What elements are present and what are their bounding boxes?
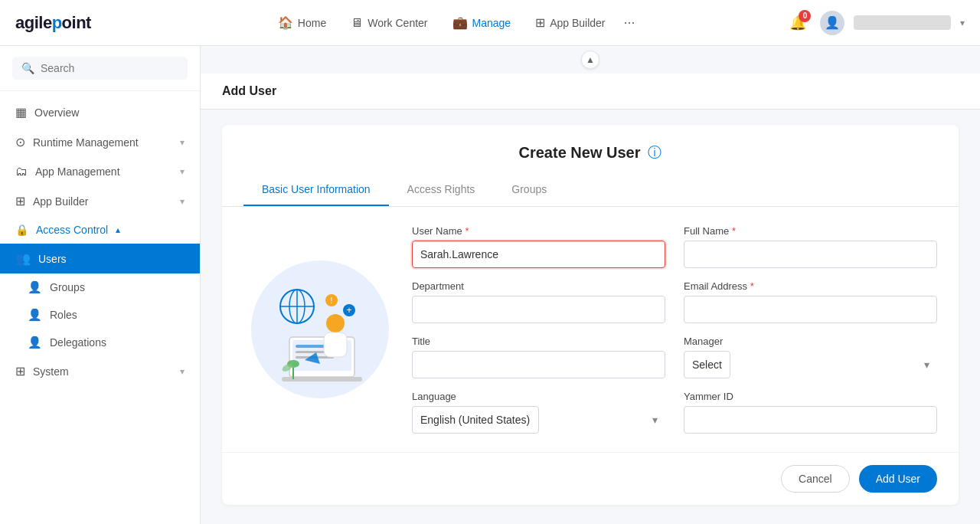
form-group-department: Department <box>412 280 665 323</box>
language-label: Language <box>412 391 665 402</box>
email-label: Email Address * <box>684 280 937 292</box>
runtime-icon: ⊙ <box>15 135 25 149</box>
nav-home-label: Home <box>298 17 326 29</box>
sidebar-item-label: App Builder <box>33 195 172 208</box>
create-user-card: Create New User ⓘ Basic User Information… <box>222 125 959 505</box>
required-star: * <box>750 280 754 292</box>
sidebar-item-runtime[interactable]: ⊙ Runtime Management ▾ <box>0 127 200 157</box>
svg-point-10 <box>326 314 345 332</box>
add-user-button[interactable]: Add User <box>859 465 937 493</box>
user-chevron-icon[interactable]: ▾ <box>960 18 965 28</box>
notification-button[interactable]: 🔔 0 <box>785 10 811 36</box>
nav-appbuilder[interactable]: ⊞ App Builder <box>524 9 616 36</box>
search-box: 🔍 <box>0 46 200 91</box>
sidebar-item-roles[interactable]: 👤 Roles <box>0 301 200 329</box>
top-collapse: ▲ <box>201 46 980 74</box>
sidebar-item-system[interactable]: ⊞ System ▾ <box>0 356 200 386</box>
nav-right: 🔔 0 👤 ████████████ ▾ <box>785 10 965 36</box>
tab-basic-user-info[interactable]: Basic User Information <box>243 174 389 206</box>
appbuilder-nav-icon: ⊞ <box>535 15 545 30</box>
tab-access-rights[interactable]: Access Rights <box>389 174 494 206</box>
appbuilder-icon: ⊞ <box>15 194 25 208</box>
manage-icon: 💼 <box>452 15 468 30</box>
nav-more[interactable]: ··· <box>619 10 640 35</box>
manager-select[interactable]: Select <box>684 351 730 378</box>
nav-workcenter-label: Work Center <box>368 17 427 29</box>
card-footer: Cancel Add User <box>222 452 959 505</box>
sidebar-item-overview[interactable]: ▦ Overview <box>0 97 200 127</box>
users-icon: 👥 <box>15 251 31 266</box>
lock-icon: 🔒 <box>15 224 28 236</box>
breadcrumb: Add User <box>222 84 276 97</box>
info-icon[interactable]: ⓘ <box>648 143 662 162</box>
sidebar-item-label: Users <box>38 253 185 265</box>
form-group-email: Email Address * <box>684 280 937 323</box>
user-icon: 👤 <box>825 15 840 30</box>
form-group-yammer: Yammer ID <box>684 391 937 434</box>
illustration-circle: ! + <box>251 260 389 398</box>
title-field[interactable] <box>412 351 665 378</box>
form-group-fullname: Full Name * <box>684 225 937 268</box>
sidebar-item-label: Delegations <box>50 336 106 349</box>
sidebar-item-label: System <box>33 365 172 378</box>
collapse-button[interactable]: ▲ <box>581 51 599 69</box>
username-field[interactable] <box>412 241 665 268</box>
overview-icon: ▦ <box>15 105 27 120</box>
form-illustration: ! + <box>243 225 397 434</box>
title-label: Title <box>412 336 665 347</box>
yammer-label: Yammer ID <box>684 391 937 402</box>
department-field[interactable] <box>412 296 665 323</box>
form-container: Create New User ⓘ Basic User Information… <box>201 110 980 520</box>
sidebar-item-delegations[interactable]: 👤 Delegations <box>0 329 200 356</box>
svg-rect-11 <box>324 332 347 357</box>
manager-label: Manager <box>684 336 937 347</box>
sidebar: 🔍 ▦ Overview ⊙ Runtime Management ▾ 🗂 Ap… <box>0 46 201 524</box>
system-icon: ⊞ <box>15 364 25 378</box>
svg-rect-7 <box>296 345 326 348</box>
form-fields: User Name * Full Name * <box>412 225 937 434</box>
language-select-wrap: English (United States) <box>412 406 665 434</box>
nav-workcenter[interactable]: 🖥 Work Center <box>340 10 438 36</box>
groups-icon: 👤 <box>28 280 42 294</box>
nav-home[interactable]: 🏠 Home <box>267 9 337 36</box>
search-wrap[interactable]: 🔍 <box>12 57 188 80</box>
content-area: ▲ Add User Create New User ⓘ Basic User … <box>201 46 980 524</box>
sidebar-item-access-control[interactable]: 🔒 Access Control ▴ <box>0 216 200 244</box>
chevron-down-icon: ▾ <box>180 166 185 177</box>
email-field[interactable] <box>684 296 937 323</box>
nav-items: 🏠 Home 🖥 Work Center 💼 Manage ⊞ App Buil… <box>122 9 786 36</box>
chevron-up-icon: ▴ <box>116 224 120 235</box>
language-select[interactable]: English (United States) <box>412 406 539 434</box>
sidebar-item-groups[interactable]: 👤 Groups <box>0 273 200 301</box>
sidebar-item-appbuilder[interactable]: ⊞ App Builder ▾ <box>0 186 200 216</box>
card-title: Create New User <box>519 144 641 162</box>
form-group-title: Title <box>412 336 665 378</box>
cancel-button[interactable]: Cancel <box>781 465 850 493</box>
sidebar-item-appmanagement[interactable]: 🗂 App Management ▾ <box>0 157 200 186</box>
form-group-manager: Manager Select <box>684 336 937 378</box>
required-star: * <box>732 225 736 237</box>
tabs: Basic User Information Access Rights Gro… <box>222 174 959 207</box>
form-group-username: User Name * <box>412 225 665 268</box>
search-icon: 🔍 <box>21 62 34 74</box>
chevron-down-icon: ▾ <box>180 196 185 207</box>
yammer-field[interactable] <box>684 406 937 434</box>
sidebar-item-users[interactable]: 👥 Users <box>0 244 200 273</box>
logo[interactable]: agilepoint <box>15 13 91 33</box>
nav-manage[interactable]: 💼 Manage <box>442 9 522 36</box>
sidebar-item-label: Roles <box>50 309 77 321</box>
delegations-icon: 👤 <box>28 336 42 349</box>
form-body: ! + <box>222 207 959 452</box>
appmanagement-icon: 🗂 <box>15 165 28 178</box>
fullname-field[interactable] <box>684 241 937 268</box>
tab-groups[interactable]: Groups <box>493 174 565 206</box>
sidebar-item-label: Runtime Management <box>33 136 172 149</box>
search-input[interactable] <box>41 62 178 74</box>
sidebar-item-label: Groups <box>50 281 85 293</box>
chevron-down-icon: ▾ <box>180 137 185 148</box>
form-group-language: Language English (United States) <box>412 391 665 434</box>
main-layout: 🔍 ▦ Overview ⊙ Runtime Management ▾ 🗂 Ap… <box>0 46 980 524</box>
user-name: ████████████ <box>854 15 951 30</box>
sidebar-nav: ▦ Overview ⊙ Runtime Management ▾ 🗂 App … <box>0 91 200 524</box>
avatar[interactable]: 👤 <box>820 11 844 35</box>
